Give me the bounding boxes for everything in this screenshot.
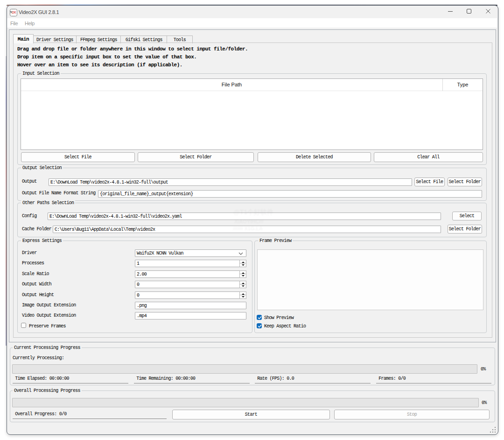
svg-text:2X: 2X	[12, 10, 16, 14]
